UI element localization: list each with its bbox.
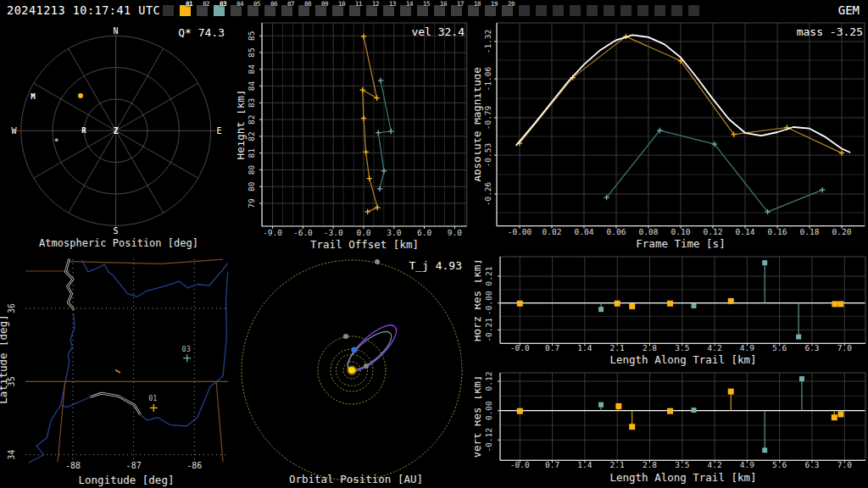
- station-indicator-blank: [688, 0, 705, 20]
- svg-text:Latitude [deg]: Latitude [deg]: [0, 314, 9, 403]
- station-label: 13: [389, 0, 396, 8]
- svg-text:S: S: [113, 226, 118, 236]
- svg-text:-86: -86: [186, 461, 202, 470]
- station-indicator-blank: [671, 0, 688, 20]
- svg-text:1.4: 1.4: [577, 343, 592, 352]
- trail-offset-xlabel: Trail Offset [km]: [262, 238, 467, 251]
- svg-text:Absolute Magnitude: Absolute Magnitude: [475, 67, 483, 181]
- station-label: 08: [304, 0, 311, 8]
- svg-text:E: E: [216, 126, 221, 136]
- orbital-caption: Orbital Position [AU]: [237, 473, 475, 485]
- svg-text:80: 80: [247, 181, 256, 191]
- station-label: 17: [457, 0, 464, 8]
- station-indicator-07[interactable]: 07: [281, 0, 298, 20]
- station-indicator-14[interactable]: 14: [400, 0, 417, 20]
- atmospheric-position-plot: NESWZMR: [0, 20, 237, 251]
- station-label: 03: [220, 0, 226, 8]
- horz-res-panel: -0.00.71.42.12.83.54.24.95.66.37.00.21-0…: [475, 251, 868, 369]
- station-indicator-08[interactable]: 08: [298, 0, 315, 20]
- orbital-position-plot: [237, 251, 475, 488]
- svg-text:-1.32: -1.32: [483, 30, 492, 54]
- svg-text:-0.26: -0.26: [483, 181, 492, 206]
- frame-time-xlabel: Frame Time [s]: [497, 237, 865, 250]
- station-square: [553, 5, 564, 16]
- svg-text:82: 82: [247, 114, 256, 124]
- station-label: 05: [253, 0, 260, 8]
- shower-code: GEM: [838, 3, 860, 17]
- magnitude-plot: -0.000.020.040.060.080.100.120.140.160.1…: [475, 20, 868, 251]
- svg-text:-88: -88: [65, 461, 81, 470]
- svg-text:0.7: 0.7: [545, 460, 559, 469]
- station-label: 18: [474, 0, 481, 8]
- svg-text:03: 03: [182, 345, 191, 353]
- svg-text:0.14: 0.14: [736, 227, 755, 236]
- station-label: 11: [355, 0, 362, 8]
- mass-title: mass -3.25: [797, 25, 863, 38]
- svg-text:9.0: 9.0: [448, 228, 462, 237]
- svg-text:7.0: 7.0: [837, 343, 852, 352]
- svg-text:Height [km]: Height [km]: [237, 90, 247, 160]
- svg-text:0.04: 0.04: [575, 227, 594, 236]
- header-bar: 20241213 10:17:41 UTC 010203040506070809…: [0, 0, 868, 20]
- station-square: [671, 5, 682, 16]
- meteor-analysis-screen: 20241213 10:17:41 UTC 010203040506070809…: [0, 0, 868, 488]
- station-indicator-06[interactable]: 06: [264, 0, 281, 20]
- vert-length-xlabel: Length Along Trail [km]: [500, 471, 866, 484]
- svg-text:-0.00: -0.00: [508, 227, 532, 236]
- svg-text:82: 82: [247, 131, 256, 141]
- svg-text:2.8: 2.8: [643, 460, 657, 469]
- station-indicator-01[interactable]: 01: [180, 0, 197, 20]
- svg-text:-3.0: -3.0: [324, 228, 343, 237]
- station-indicator-03[interactable]: 03: [214, 0, 231, 20]
- station-indicator-15[interactable]: 15: [417, 0, 434, 20]
- velocity-title: vel 32.4: [411, 25, 465, 38]
- station-indicator-blank: [587, 0, 604, 20]
- svg-text:6.3: 6.3: [804, 460, 819, 469]
- station-indicator-blank: [654, 0, 671, 20]
- svg-text:3.5: 3.5: [675, 343, 689, 352]
- station-indicator-10[interactable]: 10: [332, 0, 349, 20]
- svg-text:Horz Res [km]: Horz Res [km]: [475, 258, 483, 341]
- station-label: 04: [236, 0, 243, 8]
- svg-text:2.8: 2.8: [643, 343, 657, 352]
- station-indicator-05[interactable]: 05: [248, 0, 264, 20]
- svg-text:0.7: 0.7: [545, 343, 559, 352]
- station-indicator-02[interactable]: 02: [197, 0, 214, 20]
- svg-text:6.0: 6.0: [417, 228, 431, 237]
- svg-text:-1.06: -1.06: [483, 67, 492, 92]
- svg-text:80: 80: [247, 164, 256, 175]
- station-indicator-12[interactable]: 12: [366, 0, 383, 20]
- atmospheric-position-panel: NESWZMR Q* 74.3 Atmospheric Position [de…: [0, 20, 237, 251]
- svg-text:1.4: 1.4: [577, 460, 592, 469]
- station-indicator-18[interactable]: 18: [468, 0, 485, 20]
- station-indicator-blank: [637, 0, 654, 20]
- station-indicator-19[interactable]: 19: [485, 0, 502, 20]
- station-indicator-16[interactable]: 16: [434, 0, 451, 20]
- q-star-title: Q* 74.3: [178, 26, 225, 39]
- svg-text:5.6: 5.6: [772, 343, 787, 352]
- station-indicator-04[interactable]: 04: [231, 0, 248, 20]
- station-square: [163, 5, 174, 16]
- svg-text:Z: Z: [114, 126, 119, 136]
- svg-text:-87: -87: [126, 461, 142, 470]
- station-indicator-13[interactable]: 13: [383, 0, 400, 20]
- station-square: [654, 5, 665, 16]
- station-indicator-09[interactable]: 09: [315, 0, 332, 20]
- svg-text:0.20: 0.20: [832, 227, 852, 236]
- svg-text:01: 01: [148, 394, 157, 402]
- svg-text:0.12: 0.12: [484, 372, 493, 391]
- svg-text:R: R: [81, 126, 86, 135]
- svg-text:W: W: [11, 126, 17, 136]
- svg-text:7.0: 7.0: [837, 460, 852, 469]
- station-indicator-11[interactable]: 11: [349, 0, 366, 20]
- svg-text:-0.12: -0.12: [484, 428, 493, 452]
- station-indicator-17[interactable]: 17: [451, 0, 468, 20]
- svg-text:5.6: 5.6: [772, 460, 787, 469]
- station-indicator-20[interactable]: 20: [502, 0, 519, 20]
- svg-text:81: 81: [247, 148, 256, 158]
- svg-text:Vert Res [km]: Vert Res [km]: [475, 375, 483, 458]
- svg-text:2.1: 2.1: [610, 343, 625, 352]
- station-label: 16: [440, 0, 447, 8]
- svg-text:2.1: 2.1: [610, 460, 625, 469]
- svg-text:-0.00: -0.00: [484, 291, 493, 315]
